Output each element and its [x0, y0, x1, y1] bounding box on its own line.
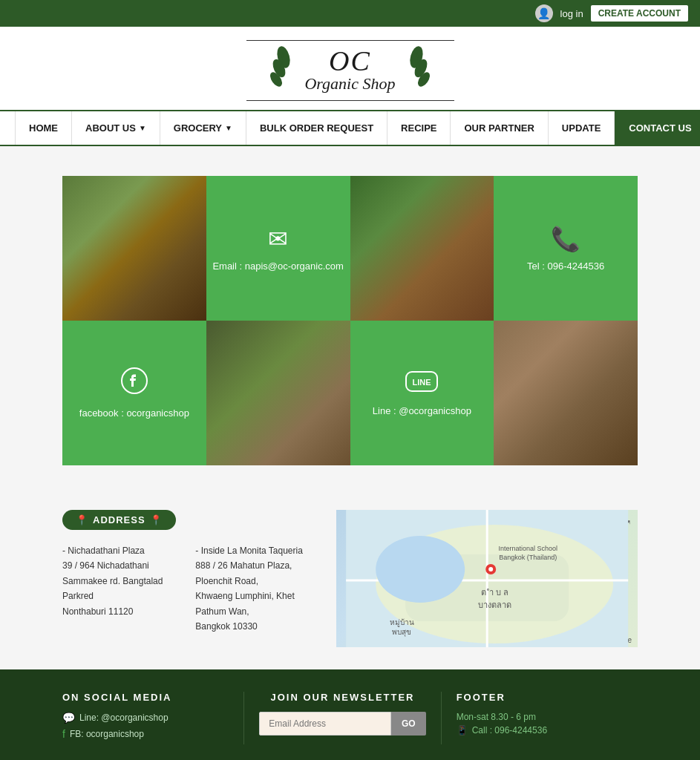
- contact-grid: ✉ Email : napis@oc-organic.com 📞 Tel : 0…: [62, 176, 638, 465]
- addr1-line2: 39 / 964 Nichadathani: [62, 558, 180, 573]
- left-leaf-icon: [269, 42, 298, 97]
- footer-fb-item: f FB: ocorganicshop: [62, 728, 229, 740]
- footer-social: ON SOCIAL MEDIA 💬 Line: @ocorganicshop f…: [62, 692, 244, 744]
- newsletter-form: GO: [259, 712, 425, 736]
- svg-text:บางตลาด: บางตลาด: [477, 600, 511, 609]
- svg-text:LINE: LINE: [413, 378, 431, 387]
- phone-icon: 📞: [551, 225, 580, 253]
- contact-phone-cell: 📞 Tel : 096-4244536: [494, 176, 638, 321]
- logo-oc: OC: [304, 47, 395, 75]
- addr2-line1: - Inside La Monita Taqueria: [195, 543, 313, 558]
- login-link[interactable]: log in: [560, 8, 583, 19]
- create-account-button[interactable]: CREATE ACCOUNT: [591, 5, 688, 22]
- address-pin-left: 📍: [76, 514, 88, 525]
- contact-photo-plant: [206, 321, 350, 465]
- nav-our-partner[interactable]: OUR PARTNER: [451, 111, 548, 145]
- svg-point-24: [488, 567, 493, 571]
- svg-text:พบสุข: พบสุข: [392, 628, 411, 637]
- address-col-1: - Nichadathani Plaza 39 / 964 Nichadatha…: [62, 543, 180, 634]
- address-col-2: - Inside La Monita Taqueria 888 / 26 Mah…: [195, 543, 313, 634]
- logo-main: OC Organic Shop: [246, 42, 454, 97]
- footer-phone: 📱 Call : 096-4244536: [457, 725, 623, 736]
- nav-bulk-order[interactable]: BULK ORDER REQUEST: [246, 111, 387, 145]
- email-icon: ✉: [268, 225, 288, 253]
- line-icon: LINE: [405, 370, 438, 398]
- footer-hours: Mon-sat 8.30 - 6 pm: [457, 712, 623, 722]
- phone-label: Tel : 096-4244536: [527, 261, 604, 272]
- addr1-line1: - Nichadathani Plaza: [62, 543, 180, 558]
- footer-info-title: FOOTER: [457, 692, 623, 703]
- contact-photo-vine: [350, 176, 494, 321]
- nav: HOME ABOUT US ▼ GROCERY ▼ BULK ORDER REQ…: [0, 111, 700, 146]
- email-label: Email : napis@oc-organic.com: [212, 261, 343, 272]
- newsletter-go-button[interactable]: GO: [391, 712, 426, 736]
- logo-line-top: [246, 40, 454, 41]
- svg-text:Bangkok (Thailand): Bangkok (Thailand): [499, 554, 557, 561]
- nav-recipe[interactable]: RECIPE: [387, 111, 451, 145]
- contact-photo-tomato: [62, 176, 206, 321]
- svg-text:ต ำ บ ล: ต ำ บ ล: [480, 588, 508, 597]
- nav-grocery[interactable]: GROCERY ▼: [160, 111, 246, 145]
- logo-text: OC Organic Shop: [304, 47, 395, 93]
- footer-social-title: ON SOCIAL MEDIA: [62, 692, 229, 703]
- facebook-icon: [121, 367, 148, 400]
- newsletter-email-input[interactable]: [259, 712, 391, 736]
- addr2-line4: Bangkok 10330: [195, 619, 313, 634]
- footer-newsletter-title: JOIN OUR NEWSLETTER: [259, 692, 425, 703]
- nav-about[interactable]: ABOUT US ▼: [72, 111, 160, 145]
- logo-line-bottom: [246, 100, 454, 101]
- footer-fb-label: FB: ocorganicshop: [70, 729, 144, 739]
- contact-facebook-cell: facebook : ocorganicshop: [62, 321, 206, 465]
- logo-area: OC Organic Shop: [246, 40, 454, 101]
- addr1-line4: Nonthaburi 11120: [62, 604, 180, 619]
- svg-text:หมู่บ้าน: หมู่บ้าน: [389, 618, 413, 627]
- right-leaf-icon: [402, 42, 431, 97]
- addr1-line3: Sammakee rd. Bangtalad Parkred: [62, 574, 180, 604]
- contact-section: ✉ Email : napis@oc-organic.com 📞 Tel : 0…: [0, 146, 700, 488]
- footer-phone-label: Call : 096-4244536: [472, 725, 547, 736]
- contact-photo-shop: [494, 321, 638, 465]
- about-dropdown-arrow: ▼: [139, 124, 146, 132]
- grocery-dropdown-arrow: ▼: [225, 124, 232, 132]
- nav-home[interactable]: HOME: [15, 111, 72, 145]
- top-bar: 👤 log in CREATE ACCOUNT: [0, 0, 700, 27]
- address-columns: - Nichadathani Plaza 39 / 964 Nichadatha…: [62, 543, 314, 634]
- svg-point-16: [376, 536, 465, 603]
- address-badge: 📍 ADDRESS 📍: [62, 510, 176, 530]
- footer-info: FOOTER Mon-sat 8.30 - 6 pm 📱 Call : 096-…: [442, 692, 638, 744]
- footer-line-item: 💬 Line: @ocorganicshop: [62, 712, 229, 724]
- address-section: 📍 ADDRESS 📍 - Nichadathani Plaza 39 / 96…: [0, 488, 700, 669]
- map-area: ⤢ 📍 หมู่ 2 Map data ©2019 Google ต ำ บ ล…: [336, 510, 638, 647]
- map-placeholder: ⤢ 📍 หมู่ 2 Map data ©2019 Google ต ำ บ ล…: [336, 510, 638, 647]
- header: OC Organic Shop: [0, 27, 700, 111]
- svg-text:International School: International School: [498, 545, 557, 552]
- address-badge-label: ADDRESS: [93, 514, 145, 525]
- address-pin-right: 📍: [150, 514, 163, 525]
- map-svg: ต ำ บ ล บางตลาด หมู่บ้าน พบสุข Internati…: [336, 510, 638, 647]
- nav-contact[interactable]: CONTACT US: [615, 111, 700, 145]
- addr2-line2: 888 / 26 Mahatun Plaza, Ploenchit Road,: [195, 558, 313, 589]
- footer: ON SOCIAL MEDIA 💬 Line: @ocorganicshop f…: [0, 669, 700, 760]
- nav-update[interactable]: UPDATE: [549, 111, 615, 145]
- line-label: Line : @ocorganicshop: [373, 405, 471, 416]
- contact-line-cell: LINE Line : @ocorganicshop: [350, 321, 494, 465]
- logo-name: Organic Shop: [304, 75, 395, 93]
- phone-footer-icon: 📱: [457, 725, 468, 736]
- line-social-icon: 💬: [62, 712, 75, 724]
- facebook-label: facebook : ocorganicshop: [79, 407, 189, 419]
- footer-newsletter: JOIN OUR NEWSLETTER GO: [244, 692, 441, 744]
- addr2-line3: Khwaeng Lumphini, Khet Pathum Wan,: [195, 589, 313, 619]
- user-icon: 👤: [535, 4, 553, 22]
- footer-line-label: Line: @ocorganicshop: [79, 712, 169, 723]
- fb-social-icon: f: [62, 728, 65, 740]
- contact-email-cell: ✉ Email : napis@oc-organic.com: [206, 176, 350, 321]
- address-left: 📍 ADDRESS 📍 - Nichadathani Plaza 39 / 96…: [62, 510, 314, 647]
